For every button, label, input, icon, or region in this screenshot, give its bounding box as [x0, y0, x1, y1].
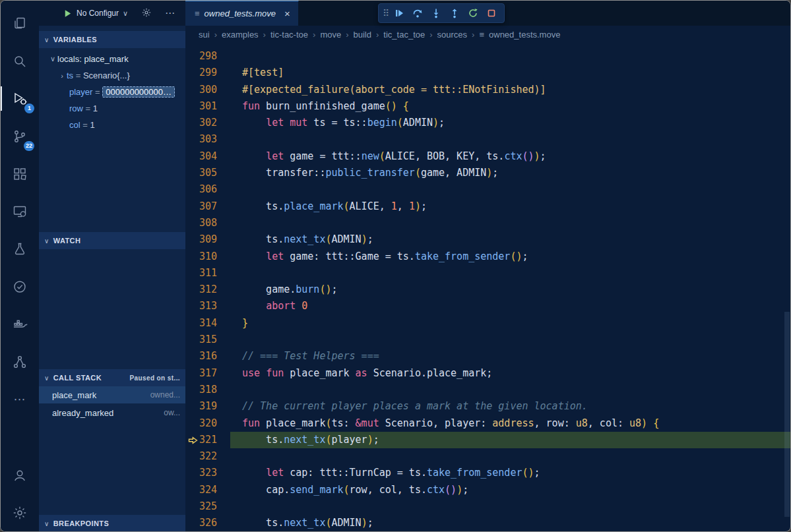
step-out-button[interactable]: [446, 5, 463, 22]
restart-button[interactable]: [464, 5, 482, 22]
debug-config-dropdown[interactable]: No Configur: [77, 9, 119, 18]
scrollbar: [784, 43, 790, 531]
line-number[interactable]: 314: [185, 315, 230, 332]
code-line: [230, 215, 790, 231]
stack-frame-row[interactable]: place_mark owned...: [39, 386, 185, 403]
line-number[interactable]: 312: [185, 281, 230, 298]
breadcrumb-item[interactable]: tic-tac-toe: [270, 30, 308, 40]
line-number[interactable]: 311: [185, 265, 230, 281]
call-stack-section-header[interactable]: ∨ CALL STACK Paused on st...: [39, 369, 185, 386]
chevron-down-icon: ∨: [44, 237, 49, 245]
line-number[interactable]: 300: [185, 82, 230, 98]
line-number[interactable]: 323: [185, 465, 230, 481]
code-content[interactable]: #[test]#[expected_failure(abort_code = t…: [230, 43, 790, 531]
line-number[interactable]: 315: [185, 332, 230, 348]
variable-value-selected[interactable]: 000000000000…: [102, 86, 175, 98]
line-number[interactable]: 320: [185, 415, 230, 432]
variable-row-ts[interactable]: › ts = Scenario{...}: [39, 67, 185, 84]
line-number[interactable]: 304: [185, 148, 230, 165]
code-line: let game: ttt::Game = ts.take_from_sende…: [230, 249, 790, 265]
variables-header-label: VARIABLES: [53, 36, 97, 44]
code-line: ts.next_tx(ADMIN);: [230, 515, 790, 531]
code-line: #[expected_failure(abort_code = ttt::ENo…: [230, 82, 790, 98]
source-control-icon[interactable]: 22: [1, 117, 39, 155]
more-actions-icon[interactable]: ⋯: [1, 380, 39, 418]
search-icon[interactable]: [1, 42, 39, 80]
variable-row-row[interactable]: row = 1: [39, 100, 185, 117]
line-number[interactable]: 310: [185, 249, 230, 265]
line-number[interactable]: 318: [185, 382, 230, 398]
line-number[interactable]: 306: [185, 181, 230, 198]
line-number[interactable]: 319: [185, 398, 230, 415]
stop-button[interactable]: [483, 5, 500, 22]
close-icon[interactable]: ×: [284, 8, 290, 19]
testing-flask-icon[interactable]: [1, 230, 39, 268]
start-debug-button[interactable]: [63, 9, 73, 18]
check-circle-icon[interactable]: [1, 268, 39, 305]
line-number[interactable]: 303: [185, 131, 230, 148]
variable-row-player[interactable]: player = 000000000000…: [39, 84, 185, 100]
settings-gear-icon[interactable]: [1, 494, 39, 531]
breadcrumb-item[interactable]: examples: [222, 30, 259, 40]
variables-section-header[interactable]: ∨ VARIABLES: [39, 31, 185, 48]
scrollbar-thumb[interactable]: [784, 312, 790, 517]
breadcrumb-item[interactable]: sources: [437, 30, 468, 40]
breadcrumb-item[interactable]: owned_tests.move: [489, 30, 560, 40]
frame-source: ow...: [164, 408, 180, 417]
chevron-down-icon: ∨: [44, 374, 49, 382]
step-into-button[interactable]: [427, 5, 445, 22]
debug-badge: 1: [24, 103, 34, 113]
watch-section-header[interactable]: ∨ WATCH: [39, 232, 185, 249]
extensions-icon[interactable]: [1, 155, 39, 192]
line-number[interactable]: 302: [185, 115, 230, 131]
line-number[interactable]: 299: [185, 65, 230, 81]
code-line: [230, 131, 790, 148]
continue-button[interactable]: [391, 5, 408, 22]
variable-name: ts: [67, 71, 73, 80]
debug-settings-gear-icon[interactable]: [141, 7, 152, 20]
line-number[interactable]: 307: [185, 198, 230, 215]
breadcrumb-item[interactable]: build: [354, 30, 371, 40]
line-number[interactable]: 326: [185, 515, 230, 531]
frame-name: place_mark: [52, 390, 96, 400]
line-number[interactable]: 309: [185, 231, 230, 248]
explorer-icon[interactable]: [1, 5, 39, 42]
line-number[interactable]: 298: [185, 48, 230, 65]
step-over-button[interactable]: [409, 5, 426, 22]
breadcrumb-item[interactable]: sui: [199, 30, 210, 40]
breadcrumb-item[interactable]: tic_tac_toe: [383, 30, 425, 40]
code-line: [230, 48, 790, 65]
line-number[interactable]: 317: [185, 365, 230, 382]
variable-row-col[interactable]: col = 1: [39, 117, 185, 133]
line-number[interactable]: 308: [185, 215, 230, 231]
frame-name: already_marked: [52, 408, 113, 418]
debug-toolbar: ⠿: [378, 3, 505, 23]
docker-icon[interactable]: [1, 305, 39, 343]
line-number[interactable]: 325: [185, 498, 230, 515]
account-icon[interactable]: [1, 456, 39, 494]
chevron-down-icon: ∨: [48, 55, 57, 63]
line-number[interactable]: 321: [185, 432, 230, 448]
line-number[interactable]: 316: [185, 348, 230, 365]
breadcrumb-item[interactable]: move: [320, 30, 341, 40]
line-number[interactable]: 322: [185, 448, 230, 465]
variables-scope-row[interactable]: ∨ locals: place_mark: [39, 51, 185, 67]
chevron-right-icon: ›: [376, 30, 379, 40]
line-number[interactable]: 305: [185, 165, 230, 181]
remote-explorer-icon[interactable]: [1, 192, 39, 230]
hub-icon[interactable]: [1, 343, 39, 380]
chevron-down-icon: ∨: [123, 9, 128, 18]
run-debug-icon[interactable]: 1: [1, 80, 39, 117]
tab-owned-tests-move[interactable]: ≡ owned_tests.move ×: [185, 1, 299, 26]
views-more-icon[interactable]: ⋯: [165, 7, 175, 19]
breakpoints-section-header[interactable]: ∨ BREAKPOINTS: [39, 515, 185, 532]
drag-grip-icon[interactable]: ⠿: [383, 8, 389, 18]
variable-name: player: [69, 87, 92, 97]
line-number[interactable]: 313: [185, 298, 230, 314]
line-number[interactable]: 324: [185, 482, 230, 498]
code-line: ts.next_tx(ADMIN);: [230, 231, 790, 248]
stack-frame-row[interactable]: already_marked ow...: [39, 404, 185, 421]
variable-value: 1: [90, 120, 94, 130]
breakpoints-header-label: BREAKPOINTS: [53, 519, 109, 527]
line-number[interactable]: 301: [185, 98, 230, 115]
